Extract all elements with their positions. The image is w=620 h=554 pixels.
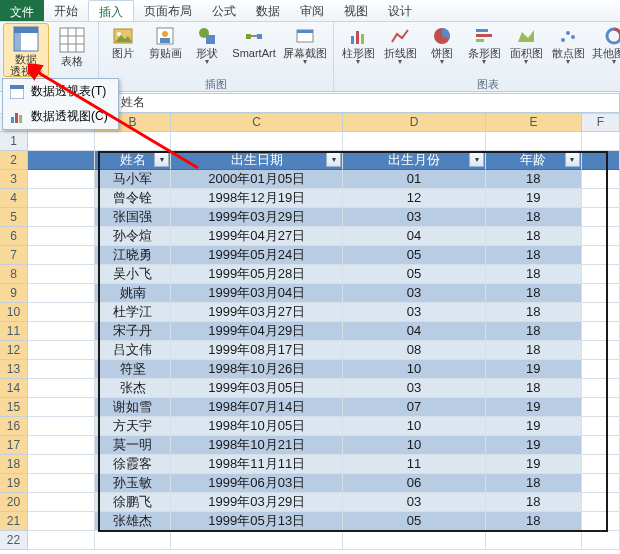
cell[interactable] <box>582 208 620 227</box>
cell[interactable]: 19 <box>486 398 582 417</box>
col-header-C[interactable]: C <box>171 114 343 131</box>
cell[interactable]: 1999年03月29日 <box>171 493 343 512</box>
cell[interactable]: 孙玉敏 <box>95 474 171 493</box>
cell[interactable] <box>582 132 620 151</box>
cell[interactable]: 19 <box>486 360 582 379</box>
cell[interactable]: 18 <box>486 170 582 189</box>
cell[interactable]: 18 <box>486 303 582 322</box>
cell[interactable] <box>28 474 95 493</box>
row-header-3[interactable]: 3 <box>0 170 27 189</box>
cell[interactable]: 1998年07月14日 <box>171 398 343 417</box>
cell[interactable]: 姓名▾ <box>95 151 171 170</box>
row-header-6[interactable]: 6 <box>0 227 27 246</box>
cell[interactable]: 姚南 <box>95 284 171 303</box>
cell[interactable]: 18 <box>486 322 582 341</box>
cell[interactable]: 徐鹏飞 <box>95 493 171 512</box>
cell[interactable]: 18 <box>486 341 582 360</box>
cell[interactable] <box>343 531 486 550</box>
grid[interactable]: 姓名▾出生日期▾出生月份▾年龄▾马小军2000年01月05日0118曾令铨199… <box>28 132 620 550</box>
cell[interactable]: 18 <box>486 265 582 284</box>
cell[interactable] <box>28 227 95 246</box>
cell[interactable] <box>582 246 620 265</box>
cell[interactable]: 吴小飞 <box>95 265 171 284</box>
cell[interactable] <box>582 417 620 436</box>
cell[interactable]: 18 <box>486 208 582 227</box>
filter-button[interactable]: ▾ <box>565 152 580 167</box>
cell[interactable] <box>582 398 620 417</box>
screenshot-button[interactable]: 屏幕截图▾ <box>281 24 329 76</box>
cell[interactable] <box>582 227 620 246</box>
cell[interactable]: 1998年10月05日 <box>171 417 343 436</box>
cell[interactable]: 06 <box>343 474 486 493</box>
tab-file[interactable]: 文件 <box>0 0 44 21</box>
tab-page-layout[interactable]: 页面布局 <box>134 0 202 21</box>
cell[interactable] <box>28 170 95 189</box>
cell[interactable]: 04 <box>343 227 486 246</box>
cell[interactable]: 杜学江 <box>95 303 171 322</box>
cell[interactable] <box>582 474 620 493</box>
shapes-button[interactable]: 形状▾ <box>187 24 227 76</box>
cell[interactable]: 年龄▾ <box>486 151 582 170</box>
cell[interactable] <box>582 170 620 189</box>
filter-button[interactable]: ▾ <box>154 152 169 167</box>
cell[interactable] <box>28 531 95 550</box>
row-header-1[interactable]: 1 <box>0 132 27 151</box>
cell[interactable] <box>343 132 486 151</box>
row-header-10[interactable]: 10 <box>0 303 27 322</box>
col-header-F[interactable]: F <box>582 114 620 131</box>
cell[interactable] <box>582 455 620 474</box>
cell[interactable] <box>28 265 95 284</box>
cell[interactable]: 2000年01月05日 <box>171 170 343 189</box>
area-chart-button[interactable]: 面积图▾ <box>506 24 546 76</box>
cell[interactable] <box>28 189 95 208</box>
cell[interactable] <box>582 493 620 512</box>
menu-item-pivot-table[interactable]: 数据透视表(T) <box>3 79 118 104</box>
row-header-5[interactable]: 5 <box>0 208 27 227</box>
cell[interactable]: 1999年04月29日 <box>171 322 343 341</box>
cell[interactable]: 1998年12月19日 <box>171 189 343 208</box>
cell[interactable] <box>28 208 95 227</box>
cell[interactable]: 宋子丹 <box>95 322 171 341</box>
row-header-13[interactable]: 13 <box>0 360 27 379</box>
cell[interactable]: 1999年03月05日 <box>171 379 343 398</box>
bar-chart-button[interactable]: 条形图▾ <box>464 24 504 76</box>
cell[interactable]: 孙令煊 <box>95 227 171 246</box>
tab-home[interactable]: 开始 <box>44 0 88 21</box>
cell[interactable]: 03 <box>343 493 486 512</box>
formula-bar[interactable]: 姓名 <box>116 93 620 113</box>
line-chart-button[interactable]: 折线图▾ <box>380 24 420 76</box>
row-header-19[interactable]: 19 <box>0 474 27 493</box>
cell[interactable]: 徐霞客 <box>95 455 171 474</box>
cell[interactable] <box>28 436 95 455</box>
cell[interactable]: 10 <box>343 360 486 379</box>
tab-review[interactable]: 审阅 <box>290 0 334 21</box>
cell[interactable]: 05 <box>343 512 486 531</box>
cell[interactable]: 1999年03月29日 <box>171 208 343 227</box>
cell[interactable]: 1998年11月11日 <box>171 455 343 474</box>
cell[interactable]: 03 <box>343 284 486 303</box>
pie-chart-button[interactable]: 饼图▾ <box>422 24 462 76</box>
menu-item-pivot-chart[interactable]: 数据透视图(C) <box>3 104 118 129</box>
cell[interactable] <box>582 265 620 284</box>
cell[interactable]: 01 <box>343 170 486 189</box>
cell[interactable]: 出生日期▾ <box>171 151 343 170</box>
clipart-button[interactable]: 剪贴画 <box>145 24 185 76</box>
row-header-15[interactable]: 15 <box>0 398 27 417</box>
cell[interactable] <box>28 455 95 474</box>
cell[interactable]: 出生月份▾ <box>343 151 486 170</box>
cell[interactable] <box>28 493 95 512</box>
cell[interactable]: 11 <box>343 455 486 474</box>
other-charts-button[interactable]: 其他图表▾ <box>590 24 620 76</box>
cell[interactable]: 08 <box>343 341 486 360</box>
picture-button[interactable]: 图片 <box>103 24 143 76</box>
cell[interactable]: 03 <box>343 379 486 398</box>
cell[interactable] <box>486 132 582 151</box>
cell[interactable]: 18 <box>486 379 582 398</box>
cell[interactable] <box>28 303 95 322</box>
cell[interactable] <box>171 531 343 550</box>
cell[interactable] <box>95 531 171 550</box>
cell[interactable] <box>582 436 620 455</box>
col-header-E[interactable]: E <box>486 114 581 131</box>
row-header-14[interactable]: 14 <box>0 379 27 398</box>
cell[interactable]: 马小军 <box>95 170 171 189</box>
